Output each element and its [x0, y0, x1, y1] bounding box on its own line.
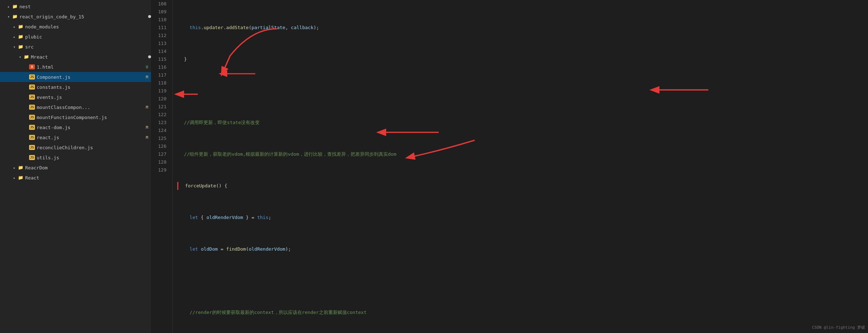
sidebar-item-label: mountClassCompon... — [37, 105, 143, 110]
code-line-117: //render的时候要获取最新的context，所以应该在render之前重新… — [178, 309, 868, 316]
sidebar-item-label: node_modules — [25, 24, 151, 29]
sidebar-item-label: Mreact — [31, 54, 147, 60]
folder-icon: 📁 — [17, 34, 24, 39]
sidebar-item-utils-js[interactable]: JS utils.js — [0, 152, 151, 163]
chevron-icon — [6, 15, 12, 19]
file-badge: M — [146, 135, 148, 140]
js-file-icon: JS — [29, 74, 35, 79]
sidebar-item-label: src — [25, 44, 151, 50]
js-file-icon: JS — [29, 135, 35, 140]
folder-icon: 📁 — [17, 165, 24, 170]
chevron-icon — [6, 5, 12, 9]
js-file-icon: JS — [29, 85, 35, 90]
code-line-108: this.updater.addState(partialState, call… — [178, 24, 868, 32]
js-file-icon: JS — [29, 105, 35, 110]
sidebar-item-label: Component.js — [37, 74, 143, 80]
chevron-icon — [12, 166, 17, 170]
sidebar-item-react-folder[interactable]: 📁 React — [0, 173, 151, 183]
sidebar-item-mreact[interactable]: 📁 Mreact — [0, 52, 151, 62]
sidebar-item-label: react.js — [37, 135, 143, 140]
file-badge: M — [146, 125, 148, 130]
code-content[interactable]: this.updater.addState(partialState, call… — [173, 0, 868, 333]
file-badge: M — [146, 105, 148, 110]
sidebar-item-label: react-dom.js — [37, 125, 143, 130]
sidebar-item-1html[interactable]: H 1.html U — [0, 62, 151, 72]
sidebar-item-label: reconclieChildren.js — [37, 145, 151, 150]
sidebar-item-mountfunctioncomponent-js[interactable]: JS mountFunctionComponent.js — [0, 112, 151, 122]
sidebar-item-events-js[interactable]: JS events.js — [0, 92, 151, 102]
sidebar-item-label: react_origin_code_by_15 — [19, 14, 147, 19]
sidebar-item-component-js[interactable]: JS Component.js M — [0, 72, 151, 82]
code-line-115: let oldDom = findDom(oldRenderVdom); — [178, 245, 868, 253]
code-editor[interactable]: 108 109 110 111 112 113 114 115 116 117 … — [151, 0, 868, 333]
sidebar-item-react-origin[interactable]: 📁 react_origin_code_by_15 — [0, 12, 151, 22]
chevron-icon — [12, 35, 17, 39]
sidebar-item-node-modules[interactable]: 📁 node_modules — [0, 22, 151, 32]
sidebar-item-label: 1.html — [37, 64, 143, 70]
sidebar-item-label: utils.js — [37, 155, 151, 160]
sidebar-item-constants-js[interactable]: JS constants.js — [0, 82, 151, 92]
sidebar-item-label: events.js — [37, 95, 151, 100]
sidebar-item-label: mountFunctionComponent.js — [37, 115, 151, 120]
sidebar-item-label: plubic — [25, 34, 151, 40]
folder-icon: 📁 — [17, 24, 24, 29]
code-line-111: //调用即更新，即使state没有改变 — [178, 119, 868, 127]
sidebar-item-src[interactable]: 📁 src — [0, 42, 151, 52]
sidebar-item-label: nest — [19, 4, 151, 9]
file-explorer: 📁 nest 📁 react_origin_code_by_15 📁 node_… — [0, 0, 151, 333]
folder-icon: 📁 — [17, 44, 24, 49]
sidebar-item-label: ReacrDom — [25, 165, 151, 170]
file-badge: M — [146, 75, 148, 79]
folder-icon-green: 📁 — [23, 54, 29, 59]
js-file-icon: JS — [29, 95, 35, 100]
modified-dot — [148, 55, 151, 58]
code-line-114: let { oldRenderVdom } = this; — [178, 214, 868, 222]
sidebar-item-plubic[interactable]: 📁 plubic — [0, 32, 151, 42]
folder-icon: 📁 — [12, 4, 18, 9]
sidebar-item-nest[interactable]: 📁 nest — [0, 1, 151, 12]
folder-icon: 📁 — [17, 175, 24, 180]
html-file-icon: H — [29, 64, 35, 69]
chevron-icon — [12, 25, 17, 29]
code-line-113: forceUpdate() { — [177, 182, 868, 190]
sidebar-item-label: constants.js — [37, 85, 151, 90]
js-file-icon: JS — [29, 155, 35, 160]
code-line-110 — [178, 87, 868, 95]
sidebar-item-react-js[interactable]: JS react.js M — [0, 132, 151, 142]
chevron-icon — [17, 55, 23, 59]
folder-icon: 📁 — [12, 14, 18, 19]
js-file-icon: JS — [29, 125, 35, 130]
file-badge: U — [146, 65, 148, 69]
js-file-icon: JS — [29, 145, 35, 150]
modified-dot — [148, 15, 151, 18]
sidebar-item-label: React — [25, 175, 151, 181]
sidebar-item-reacrdom[interactable]: 📁 ReacrDom — [0, 163, 151, 173]
code-line-112: //组件更新，获取老的vdom,根据最新的计算新的vdom，进行比较，查找差异，… — [178, 150, 868, 158]
js-file-icon: JS — [29, 115, 35, 120]
sidebar-item-reconcliechildren-js[interactable]: JS reconclieChildren.js — [0, 142, 151, 152]
code-line-109: } — [178, 55, 868, 63]
sidebar-item-mountclasscomponent-js[interactable]: JS mountClassCompon... M — [0, 102, 151, 112]
chevron-icon — [12, 45, 17, 49]
line-numbers: 108 109 110 111 112 113 114 115 116 117 … — [151, 0, 173, 333]
code-line-116 — [178, 277, 868, 285]
sidebar-item-react-dom-js[interactable]: JS react-dom.js M — [0, 122, 151, 132]
chevron-icon — [12, 176, 17, 180]
